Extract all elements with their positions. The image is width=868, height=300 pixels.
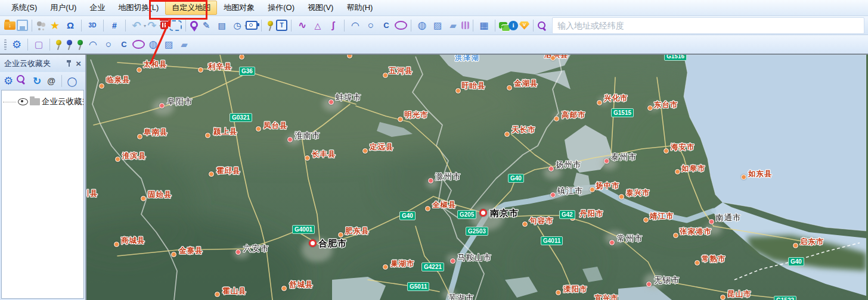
flag-tool-icon[interactable]: # [107,18,122,33]
attribute-table-icon[interactable]: ▦ [477,18,491,33]
draw-polyline-icon[interactable]: ∿ [295,18,309,33]
camera-icon[interactable] [246,21,258,30]
pushpin-yellow-icon[interactable] [54,39,63,50]
map-label-county: 如皋市 [681,164,706,174]
search-icon[interactable] [16,74,29,88]
info-icon[interactable] [509,21,518,30]
hex-clock-icon[interactable]: ◷ [230,18,244,33]
folder-open-icon[interactable] [4,21,16,30]
map-label-city: 泰州市 [611,152,637,162]
menu-bar: 系统(S)用户(U)企业地图切换(L)自定义地图地图对象操作(O)视图(V)帮助… [0,0,868,16]
undo-icon[interactable]: ↶ [129,18,144,33]
city-marker [256,126,261,132]
close-panel-icon[interactable]: × [75,59,82,68]
gear-icon[interactable]: ⚙ [10,38,24,52]
map-label-road: G0321 [230,113,252,122]
marquee-icon[interactable] [169,20,182,31]
menu-item-3[interactable]: 企业 [83,1,111,15]
route-icon[interactable]: Ω [63,18,78,33]
draw-arc-icon[interactable]: ◠ [86,38,100,52]
fill-bars-icon[interactable] [461,21,469,29]
draw-circle-icon[interactable]: ○ [101,38,116,52]
star-icon[interactable]: ★ [48,18,62,33]
city-marker [137,67,142,73]
draw-arc2-icon[interactable]: C [379,18,393,33]
map-label-county: 霍邱县 [216,166,241,176]
draw-ellipse-icon[interactable] [132,40,145,49]
map-label-county: 舒城县 [289,280,314,290]
capital-marker [479,209,487,217]
city-marker [362,148,368,154]
address-search-input[interactable] [552,17,864,34]
fill-circle-icon[interactable]: ◍ [415,18,429,33]
measure-line-icon[interactable]: ✎ [199,18,213,33]
pushpin-blue-icon[interactable] [64,39,74,50]
menu-item-5[interactable]: 自定义地图 [165,1,217,15]
city-marker [198,67,203,73]
city-marker [643,217,649,223]
draw-ellipse-icon[interactable] [395,21,407,30]
menu-item-6[interactable]: 地图对象 [217,1,261,15]
delete-icon[interactable] [160,21,168,29]
measure-area-icon[interactable]: ▤ [215,18,229,33]
chat-icon[interactable] [499,22,507,29]
pin-panel-icon[interactable] [66,60,72,67]
tree-item-favorites-root[interactable]: 企业云收藏夹 [3,96,83,107]
map-label-county: 泗洪县 [544,55,569,60]
location-pin-icon[interactable] [190,20,198,31]
paperclip-icon[interactable]: @ [45,74,58,88]
favorites-panel: 企业云收藏夹 × ⚙↻@◯ 企业云收藏夹 [0,55,86,300]
menu-item-8[interactable]: 视图(V) [301,1,340,15]
separator [61,75,62,87]
map-label-county: 固始县 [148,190,172,200]
grip-icon[interactable] [4,39,7,50]
gear-icon[interactable]: ⚙ [2,74,15,88]
fill-rounded-square-icon[interactable]: ▨ [162,38,176,52]
draw-angle-icon[interactable]: △ [311,18,325,33]
city-marker [720,295,726,300]
menu-item-9[interactable]: 帮助(H) [340,1,379,15]
map-label-road: G40 [788,257,804,266]
panel-toolbar: ⚙↻@◯ [0,72,85,90]
map-label-county: 海安市 [671,142,695,152]
draw-circle-icon[interactable]: ○ [364,18,378,33]
city-marker [793,243,798,248]
fill-polygon-icon[interactable]: ▰ [446,18,460,33]
vip-icon[interactable] [519,21,529,30]
view-3d-icon[interactable]: 3D [85,18,100,33]
map-label-county: 天长市 [512,125,536,135]
fill-circle-icon[interactable]: ◍ [146,38,160,52]
pushpin-green-icon[interactable] [75,39,85,50]
menu-item-4[interactable]: 地图切换(L) [111,1,165,15]
users-icon[interactable] [36,21,46,30]
map-canvas[interactable]: 临泉县太和县利辛县五河县盱眙县金湖县泗洪县兴化市东台市高邮市明光市天长市海安市阜… [86,55,868,300]
separator [27,39,28,51]
more-icon[interactable]: ◯ [66,74,79,88]
tree-branch-line [3,102,16,102]
map-label-road: G4001 [292,225,315,234]
visibility-eye-icon[interactable] [18,98,28,105]
redo-icon[interactable]: ↷ [145,18,159,33]
fill-polygon-icon[interactable]: ▰ [177,38,191,52]
search-icon[interactable] [537,21,547,30]
refresh-icon[interactable]: ↻ [30,74,44,88]
map-label-city: 滁州市 [435,171,461,182]
draw-arc2-icon[interactable]: C [117,38,131,52]
map-label-county: 高邮市 [562,110,586,120]
city-marker [338,232,343,238]
draw-curve-icon[interactable]: ʃ [326,18,340,33]
menu-item-1[interactable]: 系统(S) [5,1,44,15]
text-label-icon[interactable] [276,20,287,31]
menu-item-2[interactable]: 用户(U) [44,1,83,15]
map-label-county: 定远县 [370,142,394,152]
new-file-icon[interactable]: ▢ [32,38,46,52]
menu-item-7[interactable]: 操作(O) [261,1,301,15]
map-label-city: 南通市 [715,212,742,223]
pushpin-yellow-icon[interactable] [265,20,275,31]
map-label-county: 泰兴市 [626,188,650,198]
draw-arc-icon[interactable]: ◠ [348,18,362,33]
map-label-county: 金湖县 [514,79,538,89]
separator [344,20,345,32]
fill-rounded-square-icon[interactable]: ▨ [430,18,445,33]
save-icon[interactable] [17,20,28,31]
